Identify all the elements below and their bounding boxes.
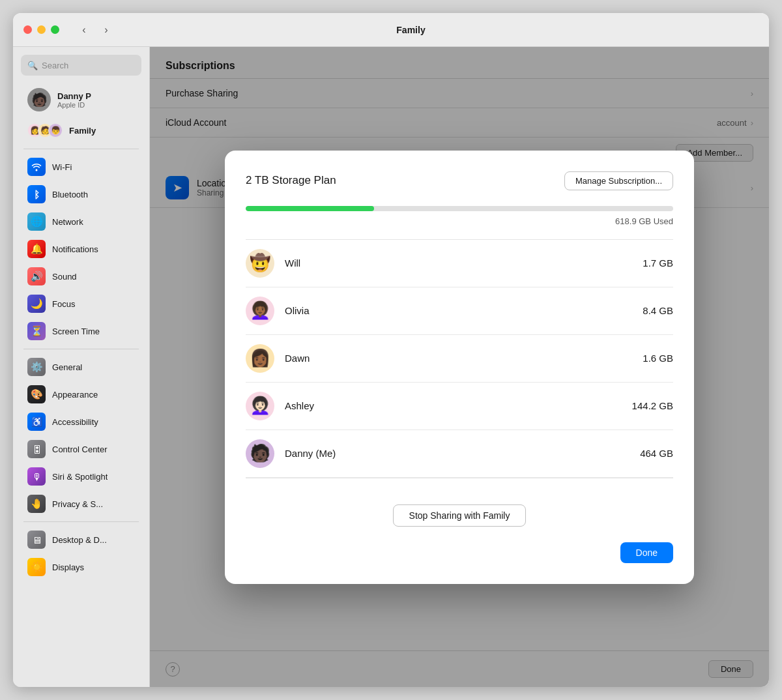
member-name-danny: Danny (Me): [285, 448, 640, 459]
family-avatar-group: 👩 🧑 👦: [27, 123, 63, 138]
profile-name: Danny P: [57, 91, 91, 101]
accessibility-label: Accessibility: [52, 417, 98, 427]
storage-bar-fill: [246, 206, 374, 211]
notifications-icon: 🔔: [27, 240, 46, 258]
sidebar-divider-3: [23, 521, 139, 522]
stop-sharing-button[interactable]: Stop Sharing with Family: [393, 504, 527, 527]
member-name-ashley: Ashley: [285, 400, 632, 411]
wifi-icon: [27, 158, 46, 176]
sidebar-item-bluetooth[interactable]: ᛒ Bluetooth: [17, 181, 145, 208]
member-row-will: 🤠 Will 1.7 GB: [246, 240, 673, 287]
search-icon: 🔍: [27, 61, 38, 70]
member-usage-will: 1.7 GB: [643, 257, 673, 269]
bluetooth-label: Bluetooth: [52, 190, 88, 199]
sidebar-item-accessibility[interactable]: ♿ Accessibility: [17, 408, 145, 435]
siri-label: Siri & Spotlight: [52, 472, 108, 482]
sidebar-item-family[interactable]: 👩 🧑 👦 Family: [17, 119, 145, 142]
profile-sub: Apple ID: [57, 101, 91, 109]
storage-bar-background: [246, 206, 673, 211]
modal-overlay: 2 TB Storage Plan Manage Subscription...…: [150, 47, 769, 687]
screentime-label: Screen Time: [52, 327, 100, 336]
sidebar-item-screentime[interactable]: ⏳ Screen Time: [17, 317, 145, 345]
family-avatar-3: 👦: [48, 123, 63, 138]
privacy-icon: 🤚: [27, 495, 46, 513]
sidebar-divider-1: [23, 149, 139, 149]
storage-plan-label: 2 TB Storage Plan: [246, 174, 336, 187]
sidebar-item-general[interactable]: ⚙️ General: [17, 353, 145, 381]
search-box[interactable]: 🔍 Search: [21, 55, 141, 76]
storage-bar-container: [246, 206, 673, 211]
sound-label: Sound: [52, 272, 77, 282]
family-info: Family: [69, 126, 96, 136]
sidebar-item-privacy[interactable]: 🤚 Privacy & S...: [17, 490, 145, 518]
siri-icon: 🎙: [27, 467, 46, 486]
sidebar-item-displays[interactable]: ☀️ Displays: [17, 553, 145, 581]
focus-icon: 🌙: [27, 295, 46, 313]
main-window: ‹ › Family 🔍 Search 🧑🏿 Danny P Apple ID: [13, 13, 769, 687]
sidebar-item-profile[interactable]: 🧑🏿 Danny P Apple ID: [17, 83, 145, 116]
control-label: Control Center: [52, 445, 108, 454]
profile-info: Danny P Apple ID: [57, 91, 91, 109]
member-usage-danny: 464 GB: [640, 448, 673, 459]
member-name-olivia: Olivia: [285, 305, 643, 316]
manage-subscription-button[interactable]: Manage Subscription...: [564, 171, 673, 190]
focus-label: Focus: [52, 299, 75, 309]
family-label: Family: [69, 126, 96, 136]
modal-header: 2 TB Storage Plan Manage Subscription...: [246, 171, 673, 190]
close-button[interactable]: [23, 25, 32, 34]
member-avatar-will: 🤠: [246, 249, 274, 278]
storage-modal: 2 TB Storage Plan Manage Subscription...…: [225, 151, 694, 584]
network-label: Network: [52, 217, 83, 227]
traffic-lights: [23, 25, 59, 34]
done-button-modal[interactable]: Done: [620, 542, 673, 563]
network-icon: 🌐: [27, 212, 46, 231]
sidebar: 🔍 Search 🧑🏿 Danny P Apple ID 👩 🧑 👦: [13, 47, 150, 687]
sidebar-item-network[interactable]: 🌐 Network: [17, 208, 145, 235]
member-avatar-dawn: 👩🏾: [246, 344, 274, 373]
nav-buttons: ‹ ›: [75, 21, 115, 39]
sidebar-item-wifi[interactable]: Wi-Fi: [17, 153, 145, 181]
titlebar: ‹ › Family: [13, 13, 769, 47]
general-label: General: [52, 362, 82, 372]
sidebar-item-siri[interactable]: 🎙 Siri & Spotlight: [17, 463, 145, 490]
modal-footer: Done: [246, 542, 673, 563]
profile-avatar: 🧑🏿: [27, 88, 51, 111]
appearance-label: Appearance: [52, 390, 98, 400]
forward-button[interactable]: ›: [97, 21, 115, 39]
sidebar-item-desktop[interactable]: 🖥 Desktop & D...: [17, 526, 145, 553]
sidebar-item-control[interactable]: 🎛 Control Center: [17, 435, 145, 463]
sidebar-item-sound[interactable]: 🔊 Sound: [17, 263, 145, 290]
member-row-dawn: 👩🏾 Dawn 1.6 GB: [246, 335, 673, 383]
sidebar-item-appearance[interactable]: 🎨 Appearance: [17, 381, 145, 408]
notifications-label: Notifications: [52, 244, 98, 254]
storage-used-label: 618.9 GB Used: [246, 216, 673, 226]
window-title: Family: [115, 25, 706, 35]
member-name-dawn: Dawn: [285, 353, 643, 364]
back-button[interactable]: ‹: [75, 21, 93, 39]
member-usage-dawn: 1.6 GB: [643, 353, 673, 364]
minimize-button[interactable]: [37, 25, 46, 34]
member-row-olivia: 👩🏾‍🦱 Olivia 8.4 GB: [246, 287, 673, 335]
member-usage-olivia: 8.4 GB: [643, 305, 673, 316]
sound-icon: 🔊: [27, 267, 46, 285]
search-placeholder: Search: [42, 61, 68, 70]
member-avatar-olivia: 👩🏾‍🦱: [246, 297, 274, 325]
screentime-icon: ⏳: [27, 322, 46, 340]
sidebar-item-focus[interactable]: 🌙 Focus: [17, 290, 145, 317]
desktop-icon: 🖥: [27, 531, 46, 549]
member-row-ashley: 👩🏻‍🦱 Ashley 144.2 GB: [246, 383, 673, 430]
modal-divider-bottom: [246, 478, 673, 478]
accessibility-icon: ♿: [27, 413, 46, 431]
sidebar-item-notifications[interactable]: 🔔 Notifications: [17, 235, 145, 263]
bluetooth-icon: ᛒ: [27, 185, 46, 203]
desktop-label: Desktop & D...: [52, 535, 107, 545]
member-avatar-ashley: 👩🏻‍🦱: [246, 392, 274, 420]
general-icon: ⚙️: [27, 358, 46, 376]
displays-icon: ☀️: [27, 558, 46, 576]
member-avatar-danny: 🧑🏿: [246, 439, 274, 468]
maximize-button[interactable]: [51, 25, 59, 34]
member-name-will: Will: [285, 257, 643, 269]
wifi-label: Wi-Fi: [52, 162, 72, 172]
control-icon: 🎛: [27, 440, 46, 458]
displays-label: Displays: [52, 562, 84, 572]
